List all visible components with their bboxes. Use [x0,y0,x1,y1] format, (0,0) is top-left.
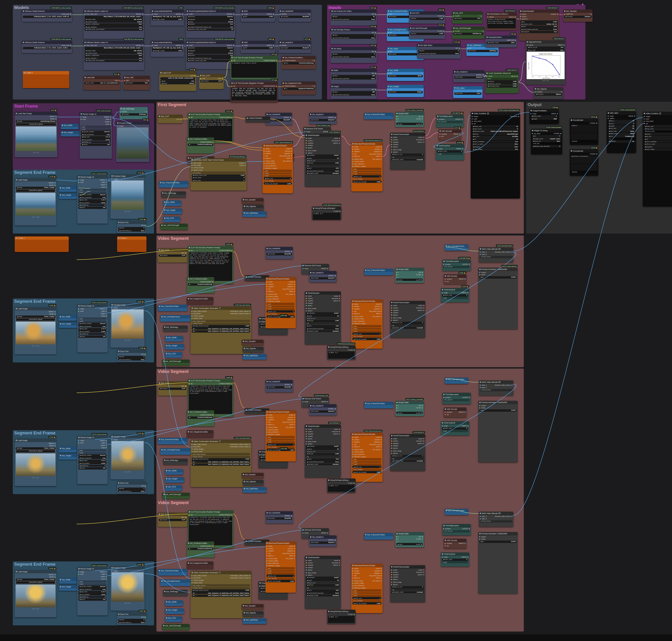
node-collapse-dot[interactable] [397,402,398,403]
node-height-src[interactable]: HeightINT◀ value480◀ control before gene… [330,85,377,99]
node-collapse-dot[interactable] [391,302,392,303]
widget-length[interactable]: length [266,572,295,575]
node-get-overlapframes-l[interactable]: Get_OverlapFrames [160,315,191,322]
widget-h[interactable]: ◀ h ...start_sequence_at_beginning_and_p… [191,595,250,597]
widget-width[interactable]: width [81,126,111,128]
widget-trim-amount[interactable]: trim_amount [443,399,470,401]
widget-steps-to-run[interactable]: ◀ steps_to_run-1 [391,455,424,457]
widget-enable-fp16-accumulation[interactable]: ◀ enable_fp16_accumulationtrue [84,59,143,62]
node-collapse-dot[interactable] [571,120,572,121]
node-shift-2[interactable]: ShiftmodelMODEL◀ shift5.000 [241,41,275,53]
node-load-image[interactable]: Load ImageIMAGEMASK◀ imageFrame_3.webpch… [15,439,56,486]
widget-length[interactable]: length [436,153,463,155]
node-diffusion-model-loader-kj-2[interactable]: Diffusion Model Loader KJextra_state_dic… [83,41,144,70]
node-stringtofloatlistranged[interactable]: StringToFloatListRang...FLOAT0.9#20, 0.5 [327,478,355,493]
node-collapse-dot[interactable] [479,402,480,403]
widget-image[interactable]: ◀ imagepasted/image (5).png [16,120,56,123]
widget-constant[interactable]: ◀ ConstantCLIP [200,80,223,82]
node-collapse-dot[interactable] [283,57,284,58]
widget-empty-frame-fill-level[interactable]: ◀ empty_frame_fill_level0.500 [191,589,250,592]
widget-pad-color[interactable]: ◀ pad_color0, 0, 0 [81,136,111,138]
node-collapse-dot[interactable] [189,380,190,381]
node-get-overlapframes-l[interactable]: Get_OverlapFrames [160,579,191,586]
node-collapse-dot[interactable] [60,579,61,580]
widget-save-output[interactable]: ◀ save_outputtrue [644,148,672,150]
node-set-modelhn[interactable]: Set_ModelHNMODEL*◀ ConstantModelHN [279,10,311,22]
node-collapse-dot[interactable] [111,304,113,305]
widget-width[interactable]: width [266,567,295,569]
node-collapse-dot[interactable] [388,29,389,30]
node-trimvideolatent[interactable]: TrimVideoLatentsamplesLATENTtrim_amount [442,260,471,271]
widget-batch-index[interactable]: ◀ batch_index1 [530,115,558,117]
text-widget[interactable]: A dramatic scene from a movie. [231,62,277,78]
node-get-height[interactable]: Get_Height [165,477,184,483]
node-trimvideolatent[interactable]: TrimVideoLatentsamplesLATENTtrim_amount [442,393,471,404]
node-load-image[interactable]: Load ImageIMAGEMASK◀ imageFrame_2.webpch… [15,307,56,354]
node-get-vacestrength[interactable]: Get_VACEStrength [162,493,190,499]
widget-steps[interactable]: steps [486,78,518,80]
widget-seed[interactable]: ◀ seed1234 [520,26,558,28]
node-sigmaspreview[interactable]: SigmasPreviewsigmasIMAGE◀ print_as_listt… [526,40,565,85]
upload-button[interactable]: choose file to upload [16,450,55,453]
upload-button[interactable]: choose file to upload [16,123,56,126]
upload-button[interactable]: choose file to upload [16,581,55,584]
widget-trim-amount[interactable]: trim_amount [443,266,470,268]
node-collapse-dot[interactable] [164,209,165,210]
node-collapse-dot[interactable] [166,610,167,611]
widget-fullgraph[interactable]: ◀ fullgraphfalse [187,18,234,20]
node-set-modelln[interactable]: Set_ModelLNMODEL*◀ ConstantModelLN [279,41,311,53]
widget-vace-strength[interactable]: vace_strength [352,468,382,471]
node-collapse-dot[interactable] [244,355,245,356]
widget-seed[interactable]: ◀ seed1111 [306,325,340,327]
widget-control-before-generate[interactable]: ◀ control before generatefixed [331,93,376,96]
node-collapse-dot[interactable] [187,11,188,12]
node-vae-decode[interactable]: VAE DecodesamplesIMAGEvae [444,274,466,284]
node-collapse-dot[interactable] [264,145,265,146]
node-get-width[interactable]: Get_Width [165,600,183,606]
node-get-vacestrength[interactable]: Get_VACEStrength [162,624,190,630]
node-get-sigmas[interactable]: Get_Sigmas [243,480,264,486]
node-collapse-dot[interactable] [160,182,161,183]
widget-crop-position[interactable]: ◀ crop_positioncenter [81,138,111,141]
node-collapse-dot[interactable] [445,540,446,541]
node-preview-animation[interactable]: Preview Animation 73x640x480imagesmasks◀… [478,401,518,463]
node-simple-math-fs[interactable]: Simple MathaINTbFLOATc◀ valuea - b * 4 [395,112,424,127]
node-collapse-dot[interactable] [152,42,153,43]
node-get-width[interactable]: Get_Width [59,578,77,584]
node-get-positive[interactable]: Get_PositiveConditio...CONDITIONING◀ ...… [187,542,214,558]
node-sharksampler[interactable]: SharkSamplermodeloutputpositivedenoisedn… [305,556,341,609]
node-sharksampler[interactable]: SharkSamplermodeloutputpositivedenoisedn… [305,291,341,344]
node-get-overlapframes-r[interactable]: Get_OverlapFrames [445,509,468,515]
node-get-sigmas-fs[interactable]: Get_Sigmas [243,205,264,210]
widget-width[interactable]: width [78,189,107,191]
widget-compile-transformer-blocks-only[interactable]: ◀ compile_transformer_blocks_onlytrue [187,57,234,59]
widget-height[interactable]: height [78,452,107,454]
widget-width[interactable]: width [352,168,382,170]
node-collapse-dot[interactable] [388,86,389,87]
node-get-sampler[interactable]: Get_Sampler [242,340,264,345]
node-collapse-dot[interactable] [84,42,85,43]
widget-control-before-generate[interactable]: ◀ control before generatefixed [306,170,340,172]
node-torch-compile-2[interactable]: TorchCompileModelWanVideoV2modelMODEL◀ b… [186,41,235,69]
widget-value[interactable]: ◀ value1.000 [410,17,444,19]
node-wanvideo-vace-start-end[interactable]: WanVideo VACE Start To End Framestart_im… [191,158,246,190]
node-lora-loader-model-only-1[interactable]: LoraLoaderModelOnlymodelMODELWanNightx2v… [151,10,184,26]
upload-button[interactable]: choose file to upload [16,318,55,322]
node-collapse-dot[interactable] [328,611,329,612]
node-preview-image[interactable]: Preview Imageimages640 × 480 [110,435,145,479]
node-collapse-dot[interactable] [16,571,17,572]
node-collapse-dot[interactable] [443,525,444,526]
node-collapse-dot[interactable] [60,316,61,317]
widget-trim-to-audio[interactable]: ◀ trim_to_audiofalse [472,143,519,145]
widget-line-color[interactable]: ◀ line_colorblue [527,49,564,51]
node-collapse-dot[interactable] [118,351,119,352]
node-collapse-dot[interactable] [111,436,113,437]
node-collapse-dot[interactable] [188,543,189,544]
widget-trim-amount[interactable]: trim_amount [437,121,462,123]
widget-vace-strength[interactable]: vace_strength [352,335,382,338]
widget-image[interactable]: ◀ imageFrame_1.webp [16,187,55,189]
widget-value[interactable]: ◀ value9 [331,34,376,36]
node-extra-trim[interactable]: Extra TrimINT◀ value2◀ control before g … [117,481,147,494]
widget-sampler-mode[interactable]: ◀ sampler_moderesample [391,460,424,462]
text-widget[interactable]: 0.9#20, 0.5 [328,616,355,623]
